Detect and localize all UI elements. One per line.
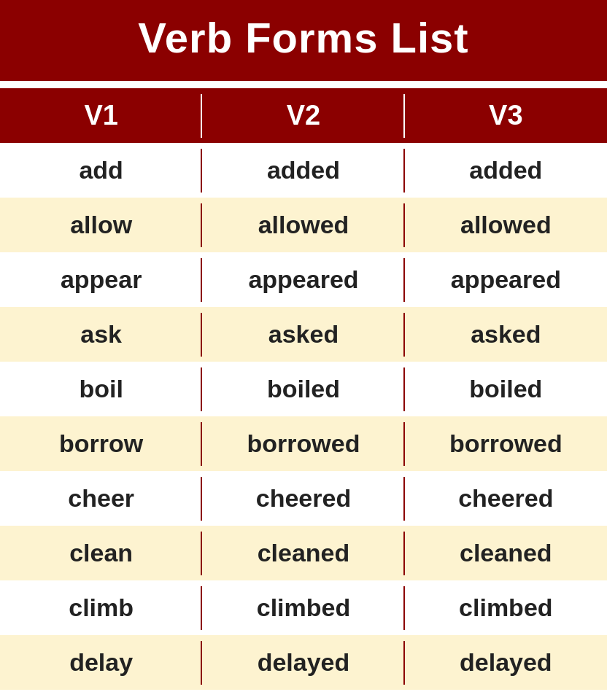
table-header-row: V1 V2 V3 <box>0 88 607 143</box>
cell-v3-4: boiled <box>405 362 607 416</box>
table-row: allowallowedallowed <box>0 198 607 252</box>
table-row: askaskedasked <box>0 307 607 362</box>
cell-v3-5: borrowed <box>405 416 607 471</box>
cell-v3-8: climbed <box>405 580 607 635</box>
page-wrapper: Verb Forms List V1 V2 V3 addaddedaddedal… <box>0 0 607 700</box>
cell-v2-6: cheered <box>202 471 404 526</box>
cell-v1-1: allow <box>0 198 202 252</box>
table-row: cleancleanedcleaned <box>0 526 607 580</box>
cell-v2-5: borrowed <box>202 416 404 471</box>
cell-v1-4: boil <box>0 362 202 416</box>
cell-v3-2: appeared <box>405 252 607 307</box>
cell-v3-0: added <box>405 143 607 198</box>
cell-v2-0: added <box>202 143 404 198</box>
verb-table-container: V1 V2 V3 addaddedaddedallowallowedallowe… <box>0 81 607 697</box>
cell-v1-6: cheer <box>0 471 202 526</box>
cell-v2-8: climbed <box>202 580 404 635</box>
table-row: climbclimbedclimbed <box>0 580 607 635</box>
cell-v1-0: add <box>0 143 202 198</box>
cell-v2-7: cleaned <box>202 526 404 580</box>
cell-v1-3: ask <box>0 307 202 362</box>
cell-v2-1: allowed <box>202 198 404 252</box>
cell-v2-4: boiled <box>202 362 404 416</box>
table-row: boilboiledboiled <box>0 362 607 416</box>
page-title: Verb Forms List <box>138 14 468 61</box>
page-header: Verb Forms List <box>0 0 607 78</box>
table-row: borrowborrowedborrowed <box>0 416 607 471</box>
cell-v2-9: delayed <box>202 635 404 690</box>
cell-v2-3: asked <box>202 307 404 362</box>
cell-v3-7: cleaned <box>405 526 607 580</box>
verb-forms-table: V1 V2 V3 addaddedaddedallowallowedallowe… <box>0 88 607 690</box>
cell-v1-8: climb <box>0 580 202 635</box>
col-header-v1: V1 <box>0 88 202 143</box>
table-row: delaydelayeddelayed <box>0 635 607 690</box>
col-header-v3: V3 <box>405 88 607 143</box>
cell-v1-5: borrow <box>0 416 202 471</box>
table-row: cheercheeredcheered <box>0 471 607 526</box>
table-row: addaddedadded <box>0 143 607 198</box>
cell-v2-2: appeared <box>202 252 404 307</box>
cell-v3-9: delayed <box>405 635 607 690</box>
col-header-v2: V2 <box>202 88 404 143</box>
table-row: appearappearedappeared <box>0 252 607 307</box>
cell-v1-2: appear <box>0 252 202 307</box>
cell-v1-9: delay <box>0 635 202 690</box>
cell-v1-7: clean <box>0 526 202 580</box>
cell-v3-3: asked <box>405 307 607 362</box>
cell-v3-1: allowed <box>405 198 607 252</box>
cell-v3-6: cheered <box>405 471 607 526</box>
